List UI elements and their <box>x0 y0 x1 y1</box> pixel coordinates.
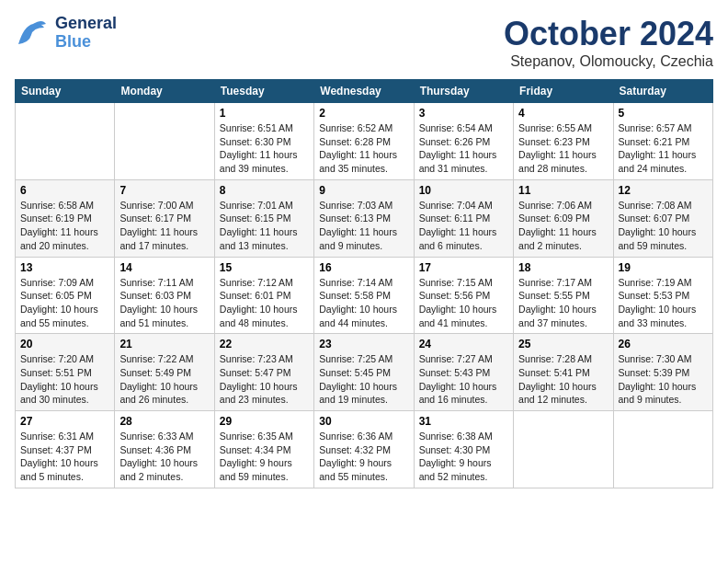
day-number: 7 <box>119 184 209 197</box>
day-number: 13 <box>20 261 109 274</box>
day-number: 11 <box>518 184 608 197</box>
weekday-header-row: SundayMondayTuesdayWednesdayThursdayFrid… <box>16 80 713 103</box>
day-info: Sunrise: 7:08 AM Sunset: 6:07 PM Dayligh… <box>619 199 708 253</box>
day-number: 30 <box>319 415 408 428</box>
day-info: Sunrise: 7:12 AM Sunset: 6:01 PM Dayligh… <box>220 276 309 330</box>
calendar-cell: 31Sunrise: 6:38 AM Sunset: 4:30 PM Dayli… <box>414 411 513 488</box>
day-info: Sunrise: 7:01 AM Sunset: 6:15 PM Dayligh… <box>220 199 309 253</box>
day-info: Sunrise: 7:30 AM Sunset: 5:39 PM Dayligh… <box>619 352 708 407</box>
day-info: Sunrise: 7:11 AM Sunset: 6:03 PM Dayligh… <box>119 276 209 330</box>
day-info: Sunrise: 7:06 AM Sunset: 6:09 PM Dayligh… <box>518 199 608 253</box>
day-info: Sunrise: 7:19 AM Sunset: 5:53 PM Dayligh… <box>619 276 708 330</box>
calendar-cell: 1Sunrise: 6:51 AM Sunset: 6:30 PM Daylig… <box>214 103 313 180</box>
day-info: Sunrise: 7:22 AM Sunset: 5:49 PM Dayligh… <box>119 352 209 407</box>
calendar-cell: 7Sunrise: 7:00 AM Sunset: 6:17 PM Daylig… <box>115 179 214 257</box>
title-block: October 2024 Stepanov, Olomoucky, Czechi… <box>504 15 713 70</box>
calendar-week-row: 27Sunrise: 6:31 AM Sunset: 4:37 PM Dayli… <box>16 411 713 488</box>
day-info: Sunrise: 6:55 AM Sunset: 6:23 PM Dayligh… <box>518 121 608 176</box>
logo: General Blue <box>15 15 117 52</box>
day-info: Sunrise: 7:25 AM Sunset: 5:45 PM Dayligh… <box>319 352 408 407</box>
day-number: 14 <box>119 261 209 274</box>
day-number: 9 <box>319 184 408 197</box>
weekday-header: Friday <box>514 80 613 103</box>
calendar-table: SundayMondayTuesdayWednesdayThursdayFrid… <box>15 79 713 488</box>
calendar-cell: 11Sunrise: 7:06 AM Sunset: 6:09 PM Dayli… <box>514 179 613 257</box>
calendar-cell: 20Sunrise: 7:20 AM Sunset: 5:51 PM Dayli… <box>16 334 115 411</box>
day-number: 27 <box>20 415 109 428</box>
calendar-cell: 22Sunrise: 7:23 AM Sunset: 5:47 PM Dayli… <box>214 334 313 411</box>
location-subtitle: Stepanov, Olomoucky, Czechia <box>504 53 713 70</box>
day-info: Sunrise: 6:58 AM Sunset: 6:19 PM Dayligh… <box>20 199 109 253</box>
day-info: Sunrise: 7:04 AM Sunset: 6:11 PM Dayligh… <box>419 199 508 253</box>
calendar-week-row: 20Sunrise: 7:20 AM Sunset: 5:51 PM Dayli… <box>16 334 713 411</box>
day-number: 10 <box>419 184 508 197</box>
calendar-cell: 6Sunrise: 6:58 AM Sunset: 6:19 PM Daylig… <box>16 179 115 257</box>
calendar-week-row: 13Sunrise: 7:09 AM Sunset: 6:05 PM Dayli… <box>16 257 713 334</box>
day-info: Sunrise: 6:52 AM Sunset: 6:28 PM Dayligh… <box>319 121 408 176</box>
calendar-cell: 13Sunrise: 7:09 AM Sunset: 6:05 PM Dayli… <box>16 257 115 334</box>
calendar-cell: 2Sunrise: 6:52 AM Sunset: 6:28 PM Daylig… <box>314 103 414 180</box>
calendar-cell: 4Sunrise: 6:55 AM Sunset: 6:23 PM Daylig… <box>514 103 613 180</box>
day-info: Sunrise: 7:28 AM Sunset: 5:41 PM Dayligh… <box>518 352 608 407</box>
day-number: 15 <box>220 261 309 274</box>
day-number: 18 <box>518 261 608 274</box>
calendar-cell: 16Sunrise: 7:14 AM Sunset: 5:58 PM Dayli… <box>314 257 414 334</box>
day-info: Sunrise: 6:54 AM Sunset: 6:26 PM Dayligh… <box>419 121 508 176</box>
day-number: 25 <box>518 338 608 350</box>
weekday-header: Wednesday <box>314 80 414 103</box>
day-number: 6 <box>20 184 109 197</box>
day-info: Sunrise: 7:14 AM Sunset: 5:58 PM Dayligh… <box>319 276 408 330</box>
day-number: 23 <box>319 338 408 350</box>
day-number: 12 <box>619 184 708 197</box>
calendar-cell: 28Sunrise: 6:33 AM Sunset: 4:36 PM Dayli… <box>115 411 214 488</box>
day-number: 28 <box>119 415 209 428</box>
day-number: 4 <box>518 107 608 120</box>
day-number: 1 <box>220 107 309 120</box>
weekday-header: Thursday <box>414 80 513 103</box>
day-number: 26 <box>619 338 708 350</box>
calendar-cell: 12Sunrise: 7:08 AM Sunset: 6:07 PM Dayli… <box>613 179 712 257</box>
day-info: Sunrise: 7:03 AM Sunset: 6:13 PM Dayligh… <box>319 199 408 253</box>
day-info: Sunrise: 7:09 AM Sunset: 6:05 PM Dayligh… <box>20 276 109 330</box>
day-number: 22 <box>220 338 309 350</box>
day-info: Sunrise: 6:33 AM Sunset: 4:36 PM Dayligh… <box>119 430 209 484</box>
day-number: 19 <box>619 261 708 274</box>
calendar-cell: 19Sunrise: 7:19 AM Sunset: 5:53 PM Dayli… <box>613 257 712 334</box>
calendar-cell <box>115 103 214 180</box>
calendar-cell: 14Sunrise: 7:11 AM Sunset: 6:03 PM Dayli… <box>115 257 214 334</box>
day-info: Sunrise: 6:57 AM Sunset: 6:21 PM Dayligh… <box>619 121 708 176</box>
calendar-cell: 8Sunrise: 7:01 AM Sunset: 6:15 PM Daylig… <box>214 179 313 257</box>
calendar-cell: 18Sunrise: 7:17 AM Sunset: 5:55 PM Dayli… <box>514 257 613 334</box>
day-number: 8 <box>220 184 309 197</box>
day-number: 17 <box>419 261 508 274</box>
day-info: Sunrise: 7:15 AM Sunset: 5:56 PM Dayligh… <box>419 276 508 330</box>
day-info: Sunrise: 6:31 AM Sunset: 4:37 PM Dayligh… <box>20 430 109 484</box>
calendar-cell: 3Sunrise: 6:54 AM Sunset: 6:26 PM Daylig… <box>414 103 513 180</box>
day-info: Sunrise: 6:35 AM Sunset: 4:34 PM Dayligh… <box>220 430 309 484</box>
calendar-cell: 15Sunrise: 7:12 AM Sunset: 6:01 PM Dayli… <box>214 257 313 334</box>
calendar-cell: 5Sunrise: 6:57 AM Sunset: 6:21 PM Daylig… <box>613 103 712 180</box>
day-info: Sunrise: 7:00 AM Sunset: 6:17 PM Dayligh… <box>119 199 209 253</box>
day-info: Sunrise: 7:20 AM Sunset: 5:51 PM Dayligh… <box>20 352 109 407</box>
logo-general: General <box>55 15 117 33</box>
month-title: October 2024 <box>504 15 713 53</box>
calendar-cell: 10Sunrise: 7:04 AM Sunset: 6:11 PM Dayli… <box>414 179 513 257</box>
weekday-header: Tuesday <box>214 80 313 103</box>
page-header: General Blue October 2024 Stepanov, Olom… <box>15 15 713 70</box>
day-info: Sunrise: 6:36 AM Sunset: 4:32 PM Dayligh… <box>319 430 408 484</box>
day-info: Sunrise: 6:38 AM Sunset: 4:30 PM Dayligh… <box>419 430 508 484</box>
weekday-header: Saturday <box>613 80 712 103</box>
calendar-cell: 29Sunrise: 6:35 AM Sunset: 4:34 PM Dayli… <box>214 411 313 488</box>
calendar-cell <box>514 411 613 488</box>
calendar-cell: 17Sunrise: 7:15 AM Sunset: 5:56 PM Dayli… <box>414 257 513 334</box>
day-info: Sunrise: 7:17 AM Sunset: 5:55 PM Dayligh… <box>518 276 608 330</box>
calendar-week-row: 6Sunrise: 6:58 AM Sunset: 6:19 PM Daylig… <box>16 179 713 257</box>
day-number: 3 <box>419 107 508 120</box>
day-number: 5 <box>619 107 708 120</box>
day-info: Sunrise: 7:23 AM Sunset: 5:47 PM Dayligh… <box>220 352 309 407</box>
day-number: 16 <box>319 261 408 274</box>
calendar-cell: 30Sunrise: 6:36 AM Sunset: 4:32 PM Dayli… <box>314 411 414 488</box>
day-number: 20 <box>20 338 109 350</box>
day-number: 31 <box>419 415 508 428</box>
calendar-cell <box>613 411 712 488</box>
